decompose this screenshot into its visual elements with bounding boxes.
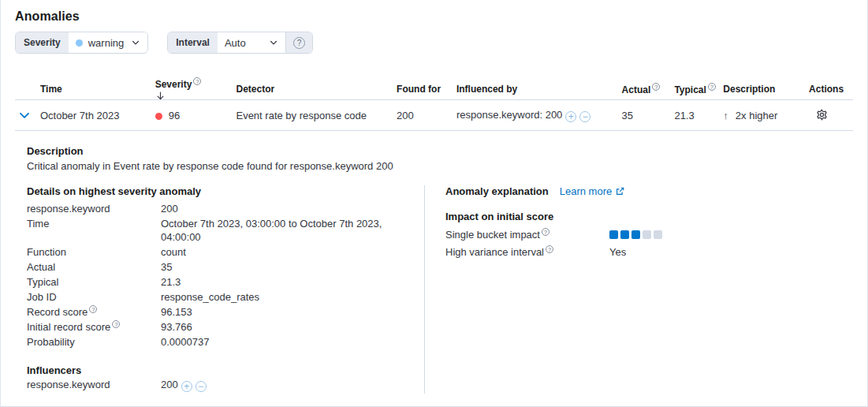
table-header-row: Time Severity? Detector Found for Influe… (15, 79, 853, 100)
influencer-row: response.keyword 200+− (27, 378, 424, 392)
info-icon: ? (708, 83, 716, 91)
row-actions-gear-button[interactable] (814, 106, 830, 123)
column-header-severity[interactable]: Severity? (155, 77, 237, 101)
collapse-row-button[interactable] (17, 107, 32, 123)
details-list: response.keyword200 TimeOctober 7th 2023… (27, 202, 424, 349)
column-header-typical[interactable]: Typical? (674, 83, 723, 95)
interval-value: Auto (225, 37, 246, 49)
high-variance-row: High variance interval? Yes (445, 245, 839, 259)
influencers-heading: Influencers (27, 364, 424, 376)
severity-filter-group: Severity warning (15, 32, 148, 54)
detail-row: Functioncount (27, 245, 424, 259)
interval-help-button[interactable]: ? (285, 32, 312, 53)
impact-heading: Impact on initial score (445, 211, 839, 222)
detail-row: response.keyword200 (27, 202, 424, 215)
chevron-down-icon (131, 38, 140, 47)
filter-out-value-icon[interactable]: − (579, 111, 590, 122)
cell-time: October 7th 2023 (40, 110, 155, 121)
filter-bar: Severity warning Interval Auto ? (15, 32, 853, 54)
cell-severity: 96 (155, 110, 237, 121)
anomaly-explanation-column: Anomaly explanation Learn more Impact on… (424, 185, 839, 394)
warning-severity-dot (76, 39, 83, 47)
info-icon: ? (193, 77, 201, 85)
cell-actual: 35 (622, 110, 675, 121)
column-header-actions: Actions (809, 84, 853, 95)
cell-description: ↑2x higher (723, 110, 809, 121)
interval-select[interactable]: Auto (218, 32, 285, 53)
details-heading: Details on highest severity anomaly (27, 185, 424, 197)
high-variance-value: Yes (609, 245, 626, 259)
critical-severity-dot (155, 113, 162, 120)
description-text: Critical anomaly in Event rate by respon… (27, 159, 839, 174)
anomaly-table-row: October 7th 2023 96 Event rate by respon… (15, 100, 853, 131)
interval-filter-label: Interval (168, 32, 218, 53)
severity-filter-value: warning (88, 37, 125, 49)
info-icon: ? (542, 228, 549, 236)
arrow-up-icon: ↑ (723, 110, 728, 121)
detail-row: Typical21.3 (27, 275, 424, 289)
column-header-actual[interactable]: Actual? (622, 83, 675, 95)
cell-found-for: 200 (397, 110, 456, 121)
cell-typical: 21.3 (674, 110, 723, 121)
info-icon: ? (89, 305, 97, 313)
sort-down-icon (155, 91, 237, 101)
influencers-section: Influencers response.keyword 200+− (27, 364, 424, 392)
anomalies-table: Time Severity? Detector Found for Influe… (15, 79, 853, 394)
column-header-found-for[interactable]: Found for (397, 84, 456, 95)
single-bucket-impact-row: Single bucket impact? (445, 228, 839, 241)
detail-row: Initial record score?93.766 (27, 320, 424, 334)
filter-out-value-icon[interactable]: − (196, 381, 207, 392)
detail-row: Job IDresponse_code_rates (27, 290, 424, 304)
external-link-icon (615, 186, 625, 196)
page-title: Anomalies (15, 9, 853, 24)
detail-row: Actual35 (27, 260, 424, 274)
detail-row: TimeOctober 7th 2023, 03:00:00 to Octobe… (27, 217, 424, 244)
column-header-description[interactable]: Description (723, 84, 809, 95)
filter-for-value-icon[interactable]: + (565, 111, 576, 122)
chevron-down-icon (18, 109, 31, 121)
cell-influenced-by: response.keyword: 200+− (456, 109, 622, 122)
cell-actions (809, 106, 853, 124)
impact-score-squares (609, 230, 662, 239)
column-header-time[interactable]: Time (40, 84, 155, 95)
info-icon: ? (546, 245, 553, 253)
question-in-circle-icon: ? (293, 37, 305, 49)
filter-for-value-icon[interactable]: + (181, 381, 192, 392)
chevron-down-icon (269, 38, 278, 47)
severity-filter-label: Severity (16, 32, 69, 53)
cell-detector: Event rate by response code (236, 110, 397, 121)
anomaly-explanation-heading: Anomaly explanation (445, 185, 549, 197)
interval-filter-group: Interval Auto ? (167, 32, 313, 54)
severity-filter-select[interactable]: warning (69, 32, 148, 53)
row-expander-cell (15, 107, 40, 124)
column-header-detector[interactable]: Detector (236, 84, 397, 95)
learn-more-link[interactable]: Learn more (560, 185, 625, 197)
details-column: Details on highest severity anomaly resp… (27, 185, 424, 394)
expanded-row-details: Description Critical anomaly in Event ra… (15, 131, 853, 394)
info-icon: ? (112, 320, 120, 328)
description-heading: Description (27, 145, 839, 157)
anomalies-page: Anomalies Severity warning Interval Auto… (1, 0, 867, 394)
column-header-influenced-by[interactable]: Influenced by (456, 84, 622, 95)
gear-icon (815, 108, 829, 121)
detail-row: Record score?96.153 (27, 305, 424, 319)
info-icon: ? (652, 83, 660, 91)
detail-row: Probability0.0000737 (27, 335, 424, 349)
